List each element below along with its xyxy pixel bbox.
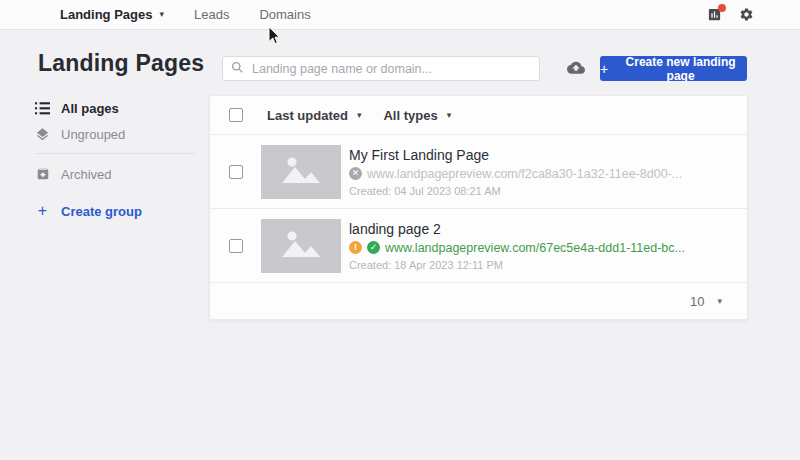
- layers-icon: [35, 127, 50, 142]
- url-line: ! ✓ www.landpagepreview.com/67ec5e4a-ddd…: [349, 241, 685, 255]
- cloud-upload-icon: [567, 60, 585, 77]
- row-info: landing page 2 ! ✓ www.landpagepreview.c…: [349, 221, 685, 271]
- create-new-landing-page-button[interactable]: + Create new landing page: [600, 56, 747, 81]
- page-title: Landing Pages: [38, 50, 204, 77]
- type-filter-label: All types: [383, 108, 437, 123]
- landing-page-row: My First Landing Page ✕ www.landpageprev…: [210, 134, 747, 208]
- chevron-down-icon: ▾: [159, 10, 164, 19]
- image-placeholder-icon: [278, 153, 324, 191]
- sidebar-item-archived[interactable]: Archived: [35, 161, 195, 187]
- import-button[interactable]: [567, 60, 585, 76]
- archive-icon: [35, 167, 50, 182]
- chevron-down-icon: ▾: [717, 297, 722, 306]
- page-size-value: 10: [690, 294, 704, 309]
- landing-page-row: landing page 2 ! ✓ www.landpagepreview.c…: [210, 208, 747, 282]
- sidebar: All pages Ungrouped Archived + Create gr…: [35, 95, 195, 224]
- created-date: Created: 04 Jul 2023 08:21 AM: [349, 185, 682, 197]
- row-checkbox[interactable]: [229, 239, 243, 253]
- created-date: Created: 18 Apr 2023 12:11 PM: [349, 259, 685, 271]
- search-input[interactable]: [252, 62, 531, 76]
- sidebar-item-label: All pages: [61, 101, 119, 116]
- top-nav-right: [706, 7, 754, 23]
- plus-icon: +: [35, 202, 50, 220]
- type-filter-dropdown[interactable]: All types ▾: [383, 108, 451, 123]
- landing-page-thumbnail[interactable]: [261, 219, 341, 273]
- landing-pages-list-card: Last updated ▾ All types ▾ My First Land…: [209, 95, 748, 320]
- create-button-label: Create new landing page: [614, 55, 747, 83]
- unpublished-status-icon: ✕: [349, 167, 362, 180]
- sidebar-item-all-pages[interactable]: All pages: [35, 95, 195, 121]
- nav-item-domains[interactable]: Domains: [259, 7, 310, 22]
- row-checkbox[interactable]: [229, 165, 243, 179]
- create-group-label: Create group: [61, 204, 142, 219]
- chevron-down-icon: ▾: [447, 111, 452, 120]
- top-nav-left: Landing Pages ▾ Leads Domains: [60, 7, 311, 22]
- page-size-dropdown[interactable]: 10 ▾: [690, 294, 722, 309]
- row-info: My First Landing Page ✕ www.landpageprev…: [349, 147, 682, 197]
- landing-page-thumbnail[interactable]: [261, 145, 341, 199]
- gear-icon: [739, 7, 754, 22]
- list-toolbar: Last updated ▾ All types ▾: [210, 96, 747, 134]
- image-placeholder-icon: [278, 227, 324, 265]
- settings-button[interactable]: [738, 7, 754, 23]
- plus-icon: +: [600, 62, 608, 76]
- top-nav: Landing Pages ▾ Leads Domains: [0, 0, 800, 30]
- sort-filter-dropdown[interactable]: Last updated ▾: [267, 108, 361, 123]
- create-group-button[interactable]: + Create group: [35, 198, 195, 224]
- published-status-icon: ✓: [367, 241, 380, 254]
- sidebar-item-ungrouped[interactable]: Ungrouped: [35, 121, 195, 147]
- select-all-checkbox[interactable]: [229, 108, 243, 122]
- nav-landing-pages-menu[interactable]: Landing Pages ▾: [60, 7, 164, 22]
- landing-page-title[interactable]: landing page 2: [349, 221, 685, 237]
- nav-item-leads[interactable]: Leads: [194, 7, 229, 22]
- notification-dot: [718, 4, 726, 12]
- sidebar-divider: [35, 153, 195, 154]
- search-box: [222, 56, 540, 81]
- sort-filter-label: Last updated: [267, 108, 348, 123]
- landing-page-url: www.landpagepreview.com/f2ca8a30-1a32-11…: [367, 167, 682, 181]
- list-footer: 10 ▾: [210, 282, 747, 319]
- landing-page-title[interactable]: My First Landing Page: [349, 147, 682, 163]
- url-line: ✕ www.landpagepreview.com/f2ca8a30-1a32-…: [349, 167, 682, 181]
- reports-button[interactable]: [706, 7, 722, 23]
- list-icon: [35, 101, 50, 116]
- pending-status-icon: !: [349, 241, 362, 254]
- sidebar-item-label: Ungrouped: [61, 127, 125, 142]
- sidebar-item-label: Archived: [61, 167, 112, 182]
- nav-landing-pages-label: Landing Pages: [60, 7, 152, 22]
- search-icon: [231, 60, 244, 78]
- landing-page-url-link[interactable]: www.landpagepreview.com/67ec5e4a-ddd1-11…: [385, 241, 685, 255]
- chevron-down-icon: ▾: [357, 111, 362, 120]
